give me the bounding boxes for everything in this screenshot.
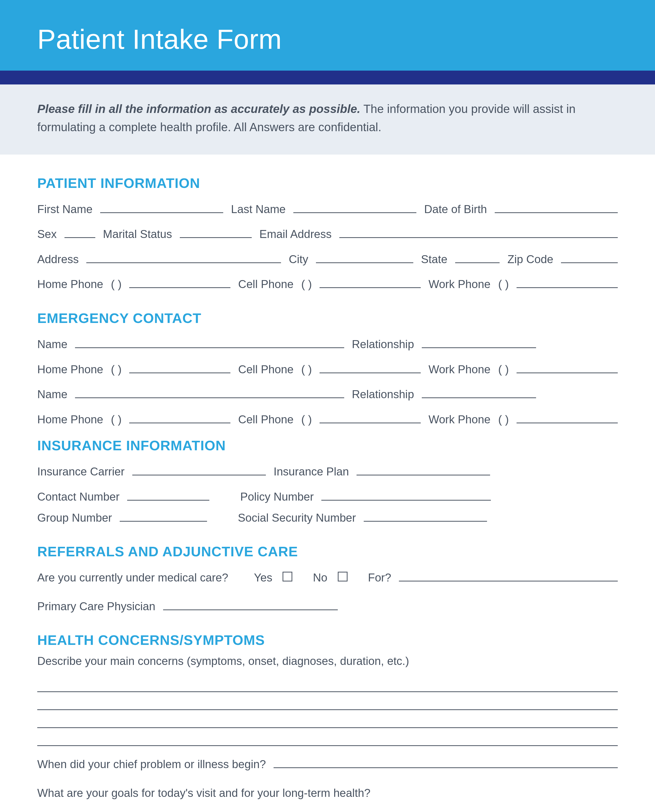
ec2-home-paren: ( ) — [111, 411, 122, 427]
input-sex[interactable] — [65, 229, 95, 238]
page-title: Patient Intake Form — [37, 23, 618, 55]
input-address[interactable] — [86, 255, 281, 263]
home-phone-paren: ( ) — [111, 276, 122, 292]
section-referrals-title: REFERRALS AND ADJUNCTIVE CARE — [37, 543, 618, 559]
input-work-phone[interactable] — [517, 279, 618, 288]
input-for[interactable] — [399, 573, 618, 582]
intro-panel: Please fill in all the information as ac… — [0, 84, 655, 155]
label-policy: Policy Number — [240, 489, 314, 505]
input-ec2-rel[interactable] — [422, 390, 536, 398]
label-zip: Zip Code — [507, 251, 553, 267]
label-work-phone: Work Phone — [429, 276, 490, 292]
cell-phone-paren: ( ) — [301, 276, 312, 292]
form-content: PATIENT INFORMATION First Name Last Name… — [0, 155, 655, 812]
row-ins-group-ssn: Group Number Social Security Number — [37, 510, 618, 526]
section-emergency-title: EMERGENCY CONTACT — [37, 310, 618, 326]
input-state[interactable] — [455, 255, 500, 263]
row-describe-label: Describe your main concerns (symptoms, o… — [37, 653, 618, 669]
input-ec2-work[interactable] — [517, 414, 618, 423]
row-goals-label: What are your goals for today's visit an… — [37, 785, 618, 801]
label-sex: Sex — [37, 226, 57, 242]
label-ec1-work: Work Phone — [429, 361, 490, 378]
input-contact[interactable] — [127, 492, 209, 500]
input-ec2-cell[interactable] — [320, 414, 421, 423]
label-last-name: Last Name — [231, 201, 286, 217]
input-marital[interactable] — [180, 229, 252, 238]
input-ec1-work[interactable] — [517, 365, 618, 373]
row-ins-carrier-plan: Insurance Carrier Insurance Plan — [37, 464, 618, 480]
label-city: City — [289, 251, 308, 267]
label-medcare-q: Are you currently under medical care? — [37, 569, 228, 586]
input-city[interactable] — [316, 255, 413, 263]
label-email: Email Address — [260, 226, 332, 242]
section-patient-title: PATIENT INFORMATION — [37, 175, 618, 191]
row-medical-care: Are you currently under medical care? Ye… — [37, 569, 618, 586]
label-cell-phone: Cell Phone — [238, 276, 293, 292]
input-describe-line-3[interactable] — [37, 710, 618, 728]
label-first-name: First Name — [37, 201, 92, 217]
ec1-work-paren: ( ) — [498, 361, 509, 378]
label-contact: Contact Number — [37, 489, 120, 505]
label-yes: Yes — [254, 569, 272, 586]
header-banner: Patient Intake Form — [0, 0, 655, 71]
label-dob: Date of Birth — [424, 201, 487, 217]
checkbox-yes[interactable] — [283, 572, 292, 582]
row-ins-contact-policy: Contact Number Policy Number — [37, 489, 618, 505]
input-cell-phone[interactable] — [320, 279, 421, 288]
input-ec1-rel[interactable] — [422, 339, 536, 348]
input-carrier[interactable] — [132, 467, 266, 476]
input-first-name[interactable] — [100, 204, 223, 213]
ec1-home-paren: ( ) — [111, 361, 122, 378]
input-ssn[interactable] — [364, 513, 487, 522]
label-ec2-home: Home Phone — [37, 411, 103, 427]
row-onset: When did your chief problem or illness b… — [37, 756, 618, 772]
input-zip[interactable] — [561, 255, 618, 263]
input-policy[interactable] — [321, 492, 491, 500]
input-describe-line-4[interactable] — [37, 728, 618, 746]
section-insurance-title: INSURANCE INFORMATION — [37, 437, 618, 453]
row-sex-marital-email: Sex Marital Status Email Address — [37, 226, 618, 242]
label-carrier: Insurance Carrier — [37, 464, 125, 480]
label-marital: Marital Status — [103, 226, 172, 242]
label-ec2-work: Work Phone — [429, 411, 490, 427]
row-ec2-name: Name Relationship — [37, 386, 618, 402]
input-onset[interactable] — [274, 759, 618, 768]
input-email[interactable] — [339, 229, 618, 238]
ec2-work-paren: ( ) — [498, 411, 509, 427]
intro-lead: Please fill in all the information as ac… — [37, 102, 360, 115]
label-state: State — [421, 251, 447, 267]
input-ec2-home[interactable] — [129, 414, 231, 423]
label-onset: When did your chief problem or illness b… — [37, 756, 266, 772]
label-group: Group Number — [37, 510, 112, 526]
input-plan[interactable] — [357, 467, 490, 476]
input-last-name[interactable] — [293, 204, 417, 213]
label-ec1-rel: Relationship — [352, 336, 414, 352]
input-goals-line-1[interactable] — [37, 803, 618, 812]
checkbox-no[interactable] — [338, 572, 347, 582]
label-ssn: Social Security Number — [238, 510, 356, 526]
label-address: Address — [37, 251, 78, 267]
row-name-dob: First Name Last Name Date of Birth — [37, 201, 618, 217]
input-group[interactable] — [120, 513, 207, 522]
label-describe: Describe your main concerns (symptoms, o… — [37, 653, 409, 669]
intro-text: Please fill in all the information as ac… — [37, 100, 618, 137]
label-plan: Insurance Plan — [274, 464, 349, 480]
input-describe-line-1[interactable] — [37, 674, 618, 692]
input-ec1-name[interactable] — [75, 339, 344, 348]
input-describe-line-2[interactable] — [37, 692, 618, 710]
label-pcp: Primary Care Physician — [37, 599, 155, 614]
label-home-phone: Home Phone — [37, 276, 103, 292]
input-ec2-name[interactable] — [75, 390, 344, 398]
row-ec1-name: Name Relationship — [37, 336, 618, 352]
label-for: For? — [368, 569, 391, 586]
label-no: No — [313, 569, 327, 586]
label-ec2-name: Name — [37, 386, 67, 402]
input-ec1-cell[interactable] — [320, 365, 421, 373]
page-root: Patient Intake Form Please fill in all t… — [0, 0, 655, 812]
row-address: Address City State Zip Code — [37, 251, 618, 267]
input-home-phone[interactable] — [129, 279, 231, 288]
input-ec1-home[interactable] — [129, 365, 231, 373]
input-dob[interactable] — [495, 204, 618, 213]
label-ec1-home: Home Phone — [37, 361, 103, 378]
input-pcp[interactable] — [163, 602, 338, 610]
